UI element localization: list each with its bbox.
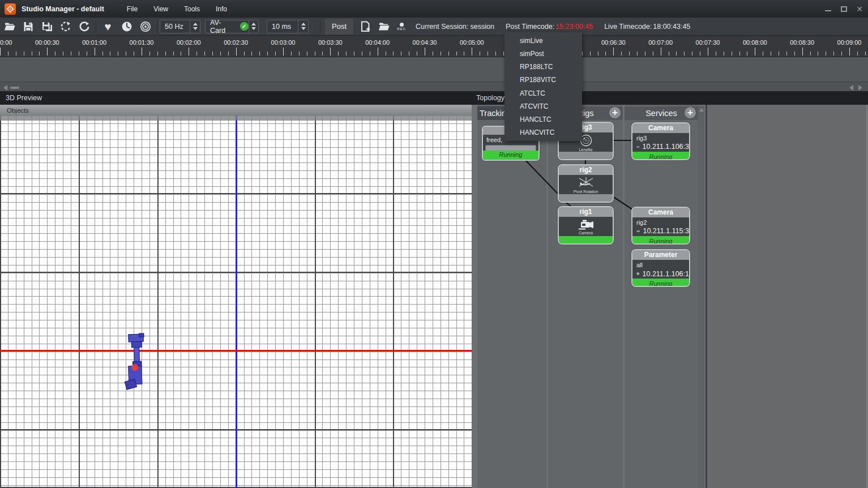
services-column bbox=[625, 105, 698, 488]
add-service-button[interactable]: + bbox=[685, 107, 696, 118]
camera-service-card-rig3[interactable]: Camera rig3 10.211.1.106:3 Running bbox=[631, 122, 690, 160]
timeline-label: 00:07:00 bbox=[648, 39, 673, 46]
timeline-scrollbar[interactable] bbox=[0, 82, 868, 91]
timeline-label: 00:07:30 bbox=[696, 39, 720, 46]
parameter-service-card[interactable]: Parameter all 10.211.1.106:1 Running bbox=[631, 249, 690, 287]
dropdown-item-simLive[interactable]: simLive bbox=[504, 36, 582, 45]
save-icon bbox=[22, 20, 35, 33]
dropdown-item-simPost[interactable]: simPost bbox=[504, 49, 582, 58]
reset-button[interactable] bbox=[56, 19, 75, 35]
av-card-select[interactable]: AV-Card ✓ bbox=[205, 20, 259, 33]
services-column-header: Services + bbox=[625, 106, 698, 120]
preview-panel-title: 3D Preview bbox=[6, 94, 42, 102]
maximize-button[interactable] bbox=[840, 5, 848, 13]
right-edge-scrollbar[interactable] bbox=[866, 105, 867, 488]
frequency-value: 50 Hz bbox=[165, 23, 183, 31]
dropdown-item-HANCLTC[interactable]: HANCLTC bbox=[504, 115, 582, 124]
rig2-node-card[interactable]: rig2 Pivot Rotation bbox=[558, 164, 614, 203]
service2-status-text: Running bbox=[632, 236, 689, 243]
timer-button[interactable] bbox=[117, 19, 136, 35]
tracking-column bbox=[477, 105, 546, 488]
timeline-track-area[interactable] bbox=[0, 57, 868, 82]
scroll-up-icon[interactable] bbox=[699, 108, 704, 112]
timeline-label: 00:08:00 bbox=[743, 39, 767, 46]
menu-file[interactable]: File bbox=[119, 5, 146, 13]
scroll-left-icon[interactable] bbox=[3, 85, 7, 91]
timeline-label: 00:00:30 bbox=[35, 39, 59, 46]
document-plus-icon bbox=[359, 20, 371, 33]
timeline-label: 00:01:00 bbox=[82, 39, 106, 46]
camera-service-card-rig2[interactable]: Camera rig2 10.211.1.115:3 Running bbox=[631, 207, 690, 245]
dropdown-item-HANCVITC[interactable]: HANCVITC bbox=[504, 128, 582, 137]
close-button[interactable]: ✕ bbox=[856, 5, 863, 13]
refresh-icon bbox=[78, 20, 91, 33]
camera-3d-object[interactable] bbox=[122, 333, 149, 391]
pivot-rotation-icon bbox=[576, 177, 596, 189]
open-project-button[interactable] bbox=[0, 19, 19, 35]
rig1-type-label: Camera bbox=[579, 231, 593, 235]
current-session-text: Current Session: session bbox=[416, 23, 494, 31]
save-button[interactable] bbox=[19, 19, 37, 35]
latency-select[interactable]: 10 ms bbox=[267, 20, 309, 33]
dropdown-item-RP188LTC[interactable]: RP188LTC bbox=[504, 62, 582, 71]
add-rig-button[interactable]: + bbox=[609, 107, 621, 118]
spinner-arrows-icon bbox=[190, 20, 200, 33]
scroll-left-icon[interactable] bbox=[849, 85, 853, 91]
eye-icon bbox=[636, 228, 640, 235]
post-timecode-label: Post Timecode: bbox=[506, 23, 554, 31]
record-label: REC bbox=[397, 27, 406, 31]
timeline-label: 00:05:00 bbox=[460, 39, 484, 46]
new-session-button[interactable] bbox=[356, 19, 374, 35]
service3-status-bar: Running bbox=[632, 279, 689, 286]
timeline-label: 00:08:30 bbox=[790, 39, 814, 46]
blue-axis-line bbox=[236, 115, 237, 488]
rig1-status-bar bbox=[559, 236, 613, 243]
dropdown-item-RP188VITC[interactable]: RP188VITC bbox=[504, 75, 582, 84]
service1-status-text: Running bbox=[632, 152, 689, 159]
calibration-button[interactable] bbox=[136, 19, 155, 35]
service2-name: rig2 bbox=[632, 217, 689, 227]
folder-icon bbox=[378, 20, 390, 33]
save-as-button[interactable] bbox=[37, 19, 56, 35]
3d-preview-viewport[interactable]: Objects bbox=[0, 105, 472, 488]
window-controls: ✕ bbox=[824, 0, 863, 18]
tracker-status-badge: Running bbox=[483, 151, 538, 160]
record-dot-icon bbox=[400, 23, 404, 27]
topology-scrollbar[interactable] bbox=[698, 106, 704, 488]
refresh-button[interactable] bbox=[75, 19, 93, 35]
menu-bar: FileViewToolsInfo bbox=[119, 5, 235, 13]
service1-name: rig3 bbox=[632, 133, 689, 143]
panel-title-bar: 3D Preview Topology bbox=[0, 91, 868, 105]
service3-name: all bbox=[632, 260, 689, 269]
post-mode-button[interactable]: Post bbox=[325, 19, 353, 35]
load-session-button[interactable] bbox=[374, 19, 393, 35]
reset-dashed-icon bbox=[59, 20, 72, 33]
dropdown-item-ATCVITC[interactable]: ATCVITC bbox=[504, 102, 582, 111]
grid-top-shade bbox=[0, 115, 472, 121]
menu-view[interactable]: View bbox=[146, 5, 176, 13]
timeline-label: 00:02:30 bbox=[224, 39, 248, 46]
timeline-label: 00:00:00 bbox=[0, 39, 12, 46]
timeline-ruler[interactable]: 00:00:0000:00:3000:01:0000:01:3000:02:00… bbox=[0, 36, 868, 57]
rig1-node-card[interactable]: rig1 Camera bbox=[558, 206, 614, 245]
service1-status-bar: Running bbox=[632, 152, 689, 159]
frequency-select[interactable]: 50 Hz bbox=[160, 20, 200, 33]
record-button[interactable]: REC bbox=[394, 23, 409, 31]
favorite-button[interactable]: ♥ bbox=[99, 19, 117, 35]
menu-tools[interactable]: Tools bbox=[176, 5, 208, 13]
rig2-type-label: Pivot Rotation bbox=[574, 190, 598, 194]
service3-title: Parameter bbox=[632, 250, 689, 260]
menu-info[interactable]: Info bbox=[208, 5, 235, 13]
dropdown-item-ATCLTC[interactable]: ATCLTC bbox=[504, 89, 582, 98]
service2-status-bar: Running bbox=[632, 236, 689, 243]
scroll-right-icon[interactable] bbox=[858, 85, 862, 91]
topology-panel: Tracking + Rigs + Services + freed, Runn… bbox=[472, 105, 868, 488]
check-ok-icon: ✓ bbox=[240, 22, 249, 31]
service3-status-text: Running bbox=[632, 279, 689, 286]
timecode-dropdown[interactable]: simLivesimPostRP188LTCRP188VITCATCLTCATC… bbox=[504, 32, 582, 141]
eye-icon bbox=[636, 143, 640, 151]
scrollbar-thumb[interactable] bbox=[10, 87, 19, 89]
main-toolbar: ♥ 50 Hz AV-Card ✓ 10 bbox=[0, 18, 868, 36]
objects-header[interactable]: Objects bbox=[0, 105, 472, 115]
minimize-button[interactable] bbox=[824, 5, 832, 13]
